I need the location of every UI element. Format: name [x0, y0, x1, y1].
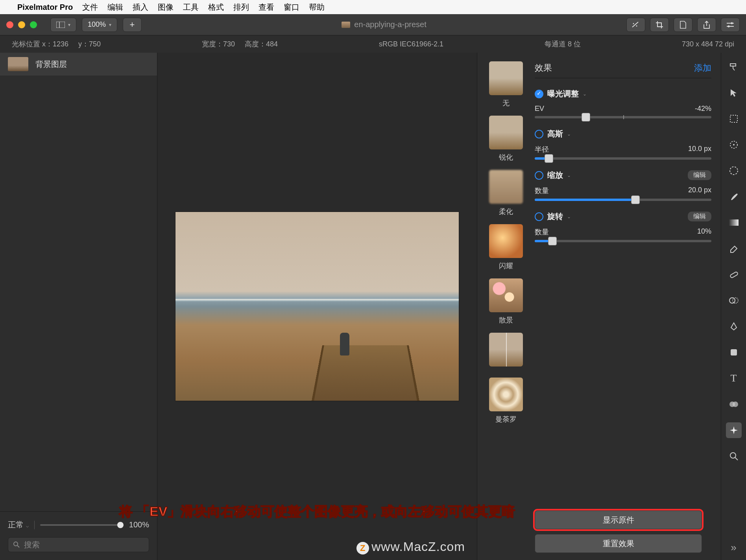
preset-sparkle[interactable]: 闪耀: [484, 224, 528, 271]
rect-select-tool[interactable]: [726, 111, 742, 127]
checkbox-unchecked-icon[interactable]: [535, 212, 543, 221]
preset-button[interactable]: [674, 18, 692, 32]
chevrons-icon: »: [731, 542, 736, 553]
ml-enhance-button[interactable]: [626, 18, 645, 32]
updown-icon: ⌵: [26, 523, 29, 529]
fullscreen-window-button[interactable]: [30, 21, 37, 28]
color-picker-tool[interactable]: [726, 396, 742, 412]
divider: [34, 521, 35, 529]
preset-soften[interactable]: 柔化: [484, 170, 528, 216]
menu-tools[interactable]: 工具: [183, 2, 199, 13]
slider-knob-icon: [582, 113, 590, 122]
menu-arrange[interactable]: 排列: [233, 2, 249, 13]
svg-rect-10: [730, 115, 737, 122]
svg-line-22: [735, 457, 738, 460]
chevron-down-icon: ⌄: [583, 91, 587, 97]
style-tool[interactable]: [726, 59, 742, 75]
share-button[interactable]: [697, 18, 716, 32]
watermark-text: www.MacZ.com: [371, 540, 465, 554]
reset-effects-button[interactable]: 重置效果: [535, 534, 702, 553]
param-value: 10.0 px: [688, 145, 711, 154]
edit-button[interactable]: 编辑: [688, 170, 711, 180]
gradient-icon: [729, 219, 739, 226]
magnifier-icon: [729, 451, 739, 461]
svg-point-2: [633, 23, 634, 24]
param-label: EV: [535, 105, 544, 113]
preset-none[interactable]: 无: [484, 61, 528, 108]
shape-tool[interactable]: [726, 344, 742, 360]
erase-tool[interactable]: [726, 241, 742, 256]
search-icon: [13, 541, 20, 548]
checkbox-unchecked-icon[interactable]: [535, 130, 543, 138]
preset-sharpen[interactable]: 锐化: [484, 116, 528, 162]
svg-rect-15: [729, 271, 738, 278]
menu-window[interactable]: 窗口: [284, 2, 299, 13]
checkbox-checked-icon[interactable]: [535, 90, 543, 98]
edit-button[interactable]: 编辑: [688, 212, 711, 221]
radius-slider[interactable]: [535, 157, 711, 160]
minimize-window-button[interactable]: [18, 21, 25, 28]
zoom-dropdown[interactable]: 100% ▾: [82, 18, 117, 32]
amount-slider[interactable]: [535, 240, 711, 242]
inspector-toggle-button[interactable]: [721, 18, 740, 32]
opacity-slider[interactable]: [40, 524, 124, 526]
close-window-button[interactable]: [6, 21, 13, 28]
wand-icon: [631, 21, 641, 28]
paint-tool[interactable]: [726, 189, 742, 204]
menu-insert[interactable]: 插入: [133, 2, 148, 13]
svg-rect-18: [731, 349, 737, 356]
preset-label: 曼荼罗: [495, 415, 517, 423]
menu-edit[interactable]: 编辑: [107, 2, 123, 13]
pen-tool[interactable]: [726, 319, 742, 334]
checkbox-unchecked-icon[interactable]: [535, 171, 543, 180]
menu-format[interactable]: 格式: [208, 2, 224, 13]
clone-tool[interactable]: [726, 293, 742, 308]
layer-row[interactable]: 背景图层: [0, 53, 157, 76]
blend-mode-value: 正常: [8, 520, 24, 529]
effect-header[interactable]: 高斯 ⌄: [535, 129, 711, 139]
canvas-area[interactable]: 将 「EV」滑块向右移动可使整个图像更亮，或向左移动可使其更暗 Zwww.Mac…: [157, 53, 477, 560]
canvas-dimensions: 宽度：730 高度：484: [202, 39, 278, 49]
ev-slider[interactable]: [535, 116, 711, 118]
menu-image[interactable]: 图像: [158, 2, 174, 13]
preset-thumb-icon: [489, 61, 523, 95]
chevron-down-icon: ▾: [109, 22, 111, 28]
pen-icon: [729, 322, 739, 331]
overlap-circles-icon: [729, 400, 739, 408]
zoom-tool[interactable]: [726, 448, 742, 464]
type-tool[interactable]: T: [726, 370, 742, 386]
effect-header[interactable]: 旋转 ⌄ 编辑: [535, 211, 711, 222]
menu-help[interactable]: 帮助: [309, 2, 325, 13]
marquee-icon: [729, 114, 739, 123]
more-tools-button[interactable]: »: [731, 542, 736, 554]
crop-button[interactable]: [650, 18, 669, 32]
preset-mandala[interactable]: 曼荼罗: [484, 378, 528, 424]
preset-thumb-icon: [489, 224, 523, 258]
traffic-lights: [6, 21, 37, 28]
menu-view[interactable]: 查看: [259, 2, 274, 13]
arrange-tool[interactable]: [726, 85, 742, 101]
repair-tool[interactable]: [726, 267, 742, 282]
effect-header[interactable]: 曝光调整 ⌄: [535, 88, 711, 99]
sidebar-icon: [56, 22, 65, 28]
sidebar-toggle-button[interactable]: ▾: [50, 18, 76, 32]
app-name[interactable]: Pixelmator Pro: [17, 3, 73, 12]
height-label: 高度：: [245, 40, 266, 48]
effect-header[interactable]: 缩放 ⌄ 编辑: [535, 170, 711, 181]
color-adjust-tool[interactable]: [726, 163, 742, 179]
preset-thumb-icon: [489, 278, 523, 312]
preset-column: 无 锐化 柔化 闪耀 散景 曼荼罗: [477, 53, 528, 560]
amount-slider[interactable]: [535, 199, 711, 201]
preset-6[interactable]: [484, 333, 528, 370]
add-effect-button[interactable]: 添加: [694, 62, 711, 74]
preset-bokeh[interactable]: 散景: [484, 278, 528, 325]
quick-select-tool[interactable]: [726, 137, 742, 153]
show-original-button[interactable]: 显示原件: [535, 510, 702, 529]
effect-name: 旋转: [547, 211, 563, 222]
menu-file[interactable]: 文件: [82, 2, 98, 13]
blend-mode-dropdown[interactable]: 正常 ⌵: [8, 519, 29, 530]
add-button[interactable]: +: [123, 18, 142, 32]
effects-tool[interactable]: [726, 422, 742, 438]
layer-search-input[interactable]: 搜索: [8, 537, 149, 552]
gradient-tool[interactable]: [726, 215, 742, 230]
